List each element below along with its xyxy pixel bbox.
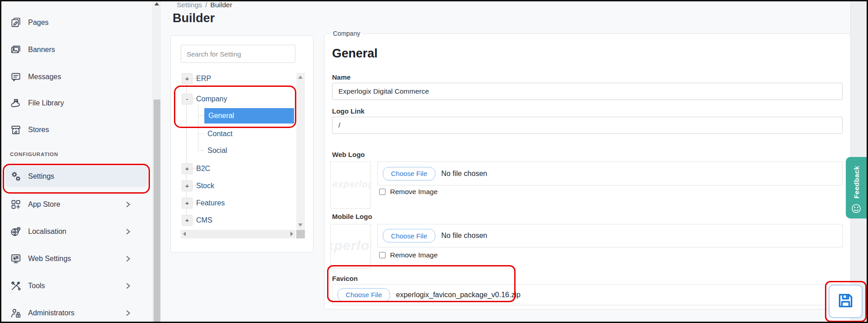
sidebar-item-banners[interactable]: Banners: [0, 40, 153, 60]
sidebar-item-stores[interactable]: Stores: [0, 120, 153, 140]
tree-vertical-scrollbar[interactable]: [296, 73, 305, 229]
tree-expander-stock[interactable]: +: [182, 180, 193, 191]
tree-connector-line: [198, 104, 198, 151]
tree-connector-line: [198, 133, 204, 134]
smiley-icon: [851, 203, 862, 214]
chevron-right-icon: [125, 283, 131, 289]
tree-horizontal-scrollbar[interactable]: [181, 230, 295, 238]
web-logo-remove-row: Remove Image: [379, 188, 438, 196]
tree-connector-line: [193, 220, 196, 220]
tree-node-b2c[interactable]: B2C: [196, 164, 210, 174]
tree-connector-line: [193, 168, 196, 169]
file-library-icon: [10, 97, 22, 109]
mobile-logo-file-status: No file chosen: [441, 232, 487, 240]
localisation-icon: [10, 226, 22, 238]
sidebar-item-label: Banners: [28, 46, 55, 54]
tools-icon: [10, 280, 22, 292]
tree-connector-line: [193, 78, 196, 79]
sidebar-scrollbar-thumb[interactable]: [154, 100, 160, 322]
mobile-logo-remove-label: Remove Image: [390, 251, 438, 259]
feedback-tab[interactable]: Feedback: [846, 157, 867, 218]
company-fieldset: Company General Name Logo Link Web Logo …: [324, 30, 851, 309]
tree-node-erp[interactable]: ERP: [196, 74, 211, 84]
mobile-logo-remove-row: Remove Image: [379, 251, 438, 259]
floppy-disk-icon: [837, 292, 854, 310]
tree-expander-cms[interactable]: +: [182, 215, 193, 226]
administrators-icon: [10, 307, 22, 319]
tree-connector-line: [193, 203, 196, 203]
sidebar-section-configuration: CONFIGURATION: [10, 152, 58, 157]
mobile-logo-preview: experlogix: [330, 224, 371, 269]
breadcrumb-settings-link[interactable]: Settings: [177, 1, 202, 9]
tree-node-company[interactable]: Company: [196, 94, 227, 104]
sidebar-item-label: Administrators: [28, 309, 74, 317]
mobile-logo-file-input[interactable]: Choose File No file chosen: [377, 224, 843, 247]
web-logo-file-input[interactable]: Choose File No file chosen: [377, 162, 843, 185]
tree-connector-line: [193, 185, 196, 186]
web-logo-remove-checkbox[interactable]: [379, 189, 386, 195]
fieldset-legend: Company: [331, 30, 362, 37]
sidebar-item-pages[interactable]: Pages: [0, 13, 153, 33]
tree-node-stock[interactable]: Stock: [196, 181, 214, 191]
tree-expander-features[interactable]: +: [182, 198, 193, 209]
sidebar-item-tools[interactable]: Tools: [0, 276, 153, 296]
web-logo-choose-file-button[interactable]: Choose File: [383, 167, 435, 180]
web-logo-file-status: No file chosen: [441, 170, 487, 178]
sidebar-item-label: File Library: [28, 99, 64, 107]
breadcrumb-current: Builder: [210, 1, 232, 9]
logo-link-label: Logo Link: [332, 107, 365, 115]
favicon-file-name: experlogix_favicon_package_v0.16.zip: [396, 291, 521, 299]
name-label: Name: [332, 73, 351, 81]
sidebar-item-label: Localisation: [28, 228, 67, 236]
tree-connector-line: [198, 150, 204, 151]
scroll-left-arrow-icon[interactable]: [183, 232, 186, 236]
favicon-file-input[interactable]: Choose File experlogix_favicon_package_v…: [332, 284, 843, 305]
sidebar-item-messages[interactable]: Messages: [0, 67, 153, 87]
logo-link-input[interactable]: [332, 117, 843, 134]
scroll-down-arrow-icon[interactable]: [298, 223, 303, 227]
sidebar-item-settings[interactable]: Settings: [0, 166, 153, 186]
tree-node-cms[interactable]: CMS: [196, 215, 212, 225]
mobile-logo-choose-file-button[interactable]: Choose File: [383, 229, 435, 242]
name-input[interactable]: [332, 83, 843, 100]
tree-node-social[interactable]: Social: [207, 146, 227, 156]
sidebar-section-content: CONTENT: [10, 0, 38, 2]
search-input[interactable]: [181, 45, 295, 63]
mobile-logo-watermark: experlogix: [330, 238, 371, 253]
settings-tree-panel: + ERP - Company General Contact Social +…: [170, 35, 313, 252]
breadcrumb: Settings/Builder: [177, 1, 232, 9]
tree-expander-erp[interactable]: +: [182, 73, 193, 84]
chevron-right-icon: [125, 201, 131, 208]
scroll-up-arrow-icon[interactable]: [154, 2, 159, 5]
sidebar-item-file-library[interactable]: File Library: [0, 93, 153, 113]
tree-connector-line: [198, 115, 204, 116]
feedback-label: Feedback: [846, 162, 867, 203]
banners-icon: [10, 44, 22, 56]
tree-expander-b2c[interactable]: +: [182, 163, 193, 174]
tree-node-general-selected[interactable]: General: [204, 108, 294, 124]
tree-expander-company[interactable]: -: [182, 94, 193, 104]
web-logo-remove-label: Remove Image: [390, 188, 438, 196]
sidebar-item-label: Pages: [28, 19, 48, 27]
tree-node-features[interactable]: Features: [196, 198, 225, 208]
scroll-right-arrow-icon[interactable]: [290, 232, 293, 236]
sidebar-item-localisation[interactable]: Localisation: [0, 222, 153, 242]
favicon-choose-file-button[interactable]: Choose File: [338, 288, 390, 302]
sidebar-item-web-settings[interactable]: Web Settings: [0, 249, 153, 269]
sidebar-scrollbar[interactable]: [153, 0, 161, 323]
mobile-logo-label: Mobile Logo: [332, 213, 372, 220]
sidebar-item-label: Stores: [28, 126, 49, 134]
mobile-logo-remove-checkbox[interactable]: [379, 252, 386, 258]
scroll-up-arrow-icon[interactable]: [298, 76, 303, 79]
sidebar-item-app-store[interactable]: App Store: [0, 195, 153, 214]
messages-icon: [10, 71, 22, 83]
sidebar-item-administrators[interactable]: Administrators: [0, 303, 153, 323]
page-title: Builder: [173, 11, 215, 25]
save-button[interactable]: [829, 285, 863, 318]
sidebar: CONTENT Pages Banners Messages File Libr…: [0, 0, 153, 323]
app-store-icon: [10, 199, 22, 210]
tree-node-contact[interactable]: Contact: [207, 129, 232, 139]
settings-icon: [10, 171, 22, 182]
breadcrumb-separator: /: [205, 1, 207, 9]
sidebar-item-label: Web Settings: [28, 255, 71, 263]
